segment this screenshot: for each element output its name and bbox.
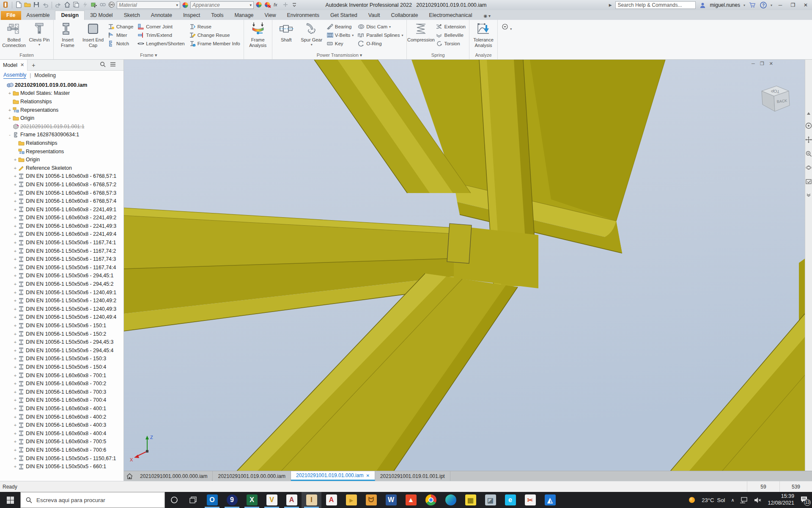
expand-icon[interactable]: + (13, 232, 18, 237)
miter-button[interactable]: Miter (106, 31, 135, 39)
tree-item[interactable]: +DIN EN 10056-1 L60x60x8 - 700:2 (0, 379, 123, 388)
collapse-icon[interactable]: - (7, 132, 12, 137)
ribbon-tab-environments[interactable]: Environments (281, 11, 324, 20)
cortana-button[interactable] (165, 492, 184, 508)
tolerance-analysis-button[interactable]: Tolerance Analysis (471, 21, 496, 52)
ribbon-tab-collaborate[interactable]: Collaborate (385, 11, 423, 20)
taskbar-app-brave[interactable]: ▲ (401, 492, 421, 508)
o-ring-button[interactable]: O-Ring (356, 39, 405, 48)
ribbon-tab-manage[interactable]: Manage (229, 11, 259, 20)
taskbar-app-snip[interactable]: ✂ (520, 492, 540, 508)
taskbar-app-autocad[interactable]: A (321, 492, 341, 508)
doc-tab[interactable]: 20210291001.019.01.001.ipt (375, 471, 450, 481)
expand-icon[interactable]: + (13, 389, 18, 395)
tree-item[interactable]: +DIN EN 10056-1 L60x60x8 - 700:6 (0, 446, 123, 454)
tree-item[interactable]: +DIN EN 10056-1 L50x50x6 - 294,45:2 (0, 280, 123, 288)
doc-tab[interactable]: 20210291001.019.00.000.iam (213, 471, 291, 481)
taskbar-app-edge[interactable] (441, 492, 461, 508)
weather-text[interactable]: 23°C Sol (702, 497, 725, 503)
qat-inventor-logo[interactable] (2, 1, 9, 9)
taskbar-app-sticky-notes[interactable]: ▦ (461, 492, 480, 508)
qat-qat-chevron[interactable] (291, 1, 298, 9)
tree-item[interactable]: +DIN EN 10056-1 L50x50x5 - 1150,67:1 (0, 454, 123, 463)
tree-item[interactable]: +DIN EN 10056-1 L60x60x8 - 700:1 (0, 371, 123, 380)
doc-tab-close-icon[interactable]: ✕ (366, 473, 369, 478)
help-icon[interactable]: ? (760, 1, 767, 9)
home-view-button[interactable] (124, 471, 135, 481)
frame-member-info-button[interactable]: iFrame Member Info (187, 39, 242, 48)
ribbon-tab-inspect[interactable]: Inspect (178, 11, 206, 20)
tree-item[interactable]: +DIN EN 10056-1 L60x60x8 - 2241,49:3 (0, 222, 123, 230)
reuse-button[interactable]: Reuse (187, 22, 242, 31)
ribbon-tab-assemble[interactable]: Assemble (21, 11, 55, 20)
tree-item[interactable]: +DIN EN 10056-1 L50x50x6 - 150:4 (0, 363, 123, 371)
expand-icon[interactable]: + (13, 298, 18, 303)
ribbon-tab-get-started[interactable]: Get Started (325, 11, 363, 20)
tree-item[interactable]: +DIN EN 10056-1 L50x50x6 - 1167,74:3 (0, 255, 123, 263)
tree-item[interactable]: +DIN EN 10056-1 L60x60x8 - 2241,49:2 (0, 214, 123, 222)
expand-icon[interactable]: + (7, 108, 12, 113)
expand-icon[interactable]: + (13, 166, 18, 171)
tray-clock[interactable]: 15:3912/08/2021 (768, 493, 794, 506)
expand-icon[interactable]: + (13, 398, 18, 403)
expand-icon[interactable]: + (13, 290, 18, 295)
tree-item[interactable]: +Representations (0, 106, 123, 114)
tree-item[interactable]: Relationships (0, 97, 123, 106)
expand-icon[interactable]: + (13, 257, 18, 262)
expand-icon[interactable]: + (13, 282, 18, 287)
tree-item[interactable]: Representations (0, 147, 123, 156)
network-icon[interactable] (740, 497, 748, 503)
browser-tab-model[interactable]: Model✕ (0, 60, 27, 71)
taskbar-app-internet-explorer[interactable]: e (500, 492, 520, 508)
expand-icon[interactable]: + (13, 199, 18, 204)
mode-tab-modeling[interactable]: Modeling (34, 72, 56, 78)
weather-sun-icon[interactable] (688, 496, 696, 504)
task-view-button[interactable] (184, 492, 202, 508)
taskbar-app-excel[interactable]: X (242, 492, 262, 508)
insert-frame-button[interactable]: Insert Frame (55, 21, 80, 52)
expand-icon[interactable]: + (13, 207, 18, 212)
ribbon-tab-file[interactable]: File (1, 11, 21, 20)
view-cube[interactable]: TOP BACK (757, 82, 793, 117)
tree-item[interactable]: +DIN EN 10056-1 L50x50x6 - 294,45:1 (0, 272, 123, 280)
ribbon-tab-sketch[interactable]: Sketch (118, 11, 145, 20)
clevis-pin-button[interactable]: Clevis Pin▾ (27, 21, 52, 52)
taskbar-app-outlook[interactable]: O (202, 492, 222, 508)
qat-save[interactable] (33, 1, 40, 9)
qat-material-ball[interactable] (108, 1, 115, 9)
taskbar-app-nine[interactable]: 9 (222, 492, 242, 508)
bearing-button[interactable]: Bearing (325, 22, 355, 31)
tree-item[interactable]: 20210291001.019.01.001:1 (0, 122, 123, 131)
browser-add-tab-button[interactable]: + (27, 62, 39, 69)
expand-icon[interactable]: + (7, 116, 12, 121)
ribbon-tab-annotate[interactable]: Annotate (145, 11, 178, 20)
tree-item[interactable]: +Reference Skeleton (0, 164, 123, 172)
sketch-rectangle[interactable] (447, 224, 472, 263)
taskbar-app-fox[interactable]: ᗢ (361, 492, 381, 508)
taskbar-app-chrome[interactable] (421, 492, 441, 508)
taskbar-app-mirror[interactable]: ◪ (480, 492, 500, 508)
bolted-connection-button[interactable]: Bolted Connection (2, 21, 26, 52)
qat-open-file[interactable] (24, 1, 31, 9)
taskbar-app-word[interactable]: W (381, 492, 401, 508)
expand-icon[interactable]: + (13, 447, 18, 453)
tree-item[interactable]: +DIN EN 10056-1 L60x60x8 - 400:2 (0, 413, 123, 421)
expand-icon[interactable]: + (13, 439, 18, 444)
expand-icon[interactable]: + (13, 431, 18, 436)
expand-icon[interactable]: + (13, 406, 18, 411)
lengthen-shorten-button[interactable]: Lengthen/Shorten (136, 39, 186, 48)
tree-item[interactable]: +DIN EN 10056-1 L60x60x8 - 400:1 (0, 404, 123, 413)
tree-item[interactable]: +DIN EN 10056-1 L60x60x8 - 6768,57:1 (0, 172, 123, 181)
corner-joint-button[interactable]: Corner Joint (136, 22, 186, 31)
tree-item[interactable]: +Origin (0, 114, 123, 122)
qat-fx[interactable]: fx (273, 1, 280, 9)
tree-item[interactable]: +DIN EN 10056-1 L50x50x6 - 1240,49:3 (0, 305, 123, 313)
qat-component-select[interactable] (90, 1, 98, 9)
restore-button[interactable]: ❐ (788, 2, 798, 8)
tree-item[interactable]: +DIN EN 10056-1 L60x60x8 - 700:5 (0, 438, 123, 446)
taskbar-app-explorer[interactable]: ▸ (341, 492, 361, 508)
start-button[interactable] (0, 492, 20, 508)
qat-redo[interactable] (55, 1, 62, 9)
tree-item[interactable]: +DIN EN 10056-1 L60x60x8 - 400:3 (0, 421, 123, 429)
material-select[interactable]: Material▾ (117, 1, 180, 9)
